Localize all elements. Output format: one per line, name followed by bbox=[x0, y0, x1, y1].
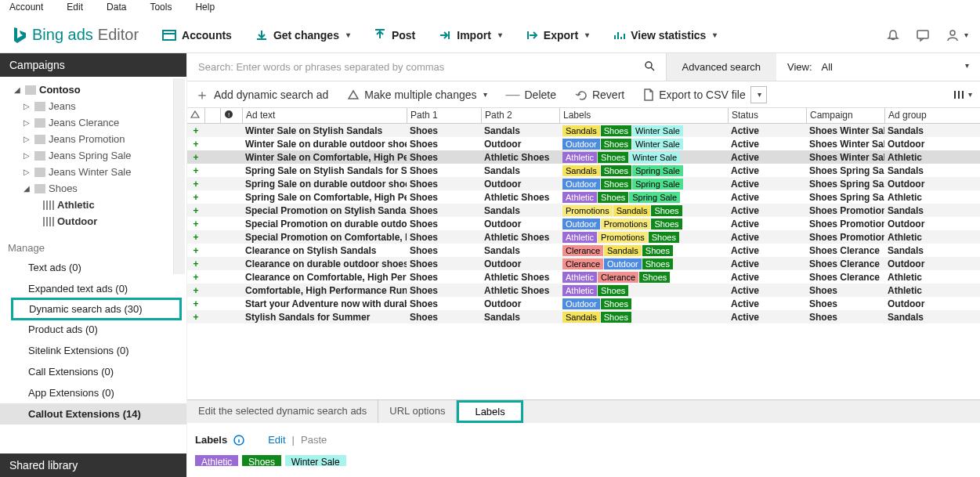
cell-labels: OutdoorShoesWinter Sale bbox=[559, 138, 728, 150]
menu-account[interactable]: Account bbox=[9, 2, 43, 16]
col-header[interactable] bbox=[204, 108, 220, 123]
import-button[interactable]: Import▾ bbox=[439, 29, 502, 42]
user-menu[interactable]: ▾ bbox=[946, 28, 968, 42]
chat-icon[interactable] bbox=[916, 28, 930, 42]
menu-data[interactable]: Data bbox=[107, 2, 126, 16]
manage-item[interactable]: Text ads (0) bbox=[0, 257, 186, 278]
menu-edit[interactable]: Edit bbox=[67, 2, 83, 16]
table-row[interactable]: + Stylish Sandals for Summer Shoes Sanda… bbox=[187, 310, 980, 323]
folder-icon bbox=[34, 184, 45, 193]
columns-button[interactable]: ▾ bbox=[953, 89, 972, 100]
search-input[interactable]: Search: Enter words or phrases separated… bbox=[187, 60, 666, 74]
info-icon[interactable] bbox=[233, 435, 244, 446]
cell-campaign: Shoes Clerance bbox=[806, 245, 884, 256]
col-header[interactable]: Path 2 bbox=[481, 108, 559, 123]
col-header[interactable]: ! bbox=[220, 108, 242, 123]
manage-item[interactable]: Call Extensions (0) bbox=[0, 361, 186, 382]
search-icon[interactable] bbox=[644, 60, 655, 74]
table-row[interactable]: + Special Promotion on Comfortable, Hig … bbox=[187, 230, 980, 244]
tab-labels[interactable]: Labels bbox=[457, 400, 523, 423]
export-csv-button[interactable]: Export to CSV file bbox=[643, 89, 746, 101]
advanced-search-button[interactable]: Advanced search bbox=[666, 53, 776, 81]
label-chip: Sandals bbox=[562, 312, 600, 323]
label-chip: Shoes bbox=[639, 272, 670, 283]
col-header[interactable]: Ad group bbox=[884, 108, 939, 123]
tab-url[interactable]: URL options bbox=[378, 400, 457, 423]
action-bar: ＋Add dynamic search ad Make multiple cha… bbox=[187, 81, 980, 108]
col-header[interactable]: Labels bbox=[559, 108, 728, 123]
tree-shoes[interactable]: ◢Shoes bbox=[0, 180, 186, 197]
shared-library-header[interactable]: Shared library bbox=[0, 454, 186, 477]
table-row[interactable]: + Clearance on Comfortable, High Perforr… bbox=[187, 270, 980, 284]
tree-item[interactable]: ▷Jeans Winter Sale bbox=[0, 164, 186, 180]
tree-item-label: Athletic bbox=[57, 199, 95, 211]
export-button[interactable]: Export▾ bbox=[526, 29, 589, 42]
cell-path1: Shoes bbox=[407, 152, 481, 163]
table-row[interactable]: + Clearance on durable outdoor shoes Sho… bbox=[187, 257, 980, 270]
table-row[interactable]: + Clearance on Stylish Sandals Shoes San… bbox=[187, 244, 980, 257]
bell-icon[interactable] bbox=[886, 28, 900, 42]
sidebar: Campaigns ◢Contoso ▷Jeans▷Jeans Clerance… bbox=[0, 53, 187, 477]
caret-right-icon: ▷ bbox=[24, 118, 31, 127]
col-header[interactable]: Campaign bbox=[806, 108, 884, 123]
tree-item[interactable]: ▷Jeans Clerance bbox=[0, 114, 186, 131]
cell-campaign: Shoes Winter Sale bbox=[806, 125, 884, 136]
tree-root[interactable]: ◢Contoso bbox=[0, 81, 186, 98]
col-header[interactable]: Status bbox=[728, 108, 806, 123]
edit-link[interactable]: Edit bbox=[268, 434, 285, 446]
import-label: Import bbox=[457, 29, 491, 42]
table-row[interactable]: + Spring Sale on Comfortable, High Perfo… bbox=[187, 190, 980, 204]
columns-icon bbox=[953, 89, 965, 100]
svg-point-3 bbox=[950, 31, 955, 35]
label-chip: Athletic bbox=[562, 232, 597, 243]
manage-item[interactable]: Sitelink Extensions (0) bbox=[0, 340, 186, 361]
view-selector[interactable]: View: All▾ bbox=[776, 61, 980, 73]
manage-item[interactable]: Dynamic search ads (30) bbox=[11, 298, 182, 320]
tab-edit[interactable]: Edit the selected dynamic search ads bbox=[187, 400, 378, 423]
cell-path1: Shoes bbox=[407, 165, 481, 176]
cell-path1: Shoes bbox=[407, 179, 481, 190]
cell-labels: SandalsShoesSpring Sale bbox=[559, 164, 728, 176]
col-header[interactable]: Path 1 bbox=[407, 108, 481, 123]
get-changes-button[interactable]: Get changes▾ bbox=[255, 29, 350, 42]
multiple-changes-button[interactable]: Make multiple changes▾ bbox=[347, 89, 486, 101]
view-statistics-button[interactable]: View statistics▾ bbox=[613, 29, 717, 42]
table-row[interactable]: + Special Promotion on durable outdoor S… bbox=[187, 217, 980, 230]
tree-item-label: Jeans Spring Sale bbox=[49, 150, 132, 161]
manage-item[interactable]: App Extensions (0) bbox=[0, 382, 186, 403]
cell-adtext: Clearance on Stylish Sandals bbox=[242, 245, 407, 256]
export-csv-dropdown[interactable]: ▾ bbox=[750, 86, 767, 103]
delete-button[interactable]: —Delete bbox=[506, 86, 556, 103]
table-row[interactable]: + Start your Adventure now with durable … bbox=[187, 297, 980, 310]
cell-path1: Shoes bbox=[407, 245, 481, 256]
tree-item[interactable]: ▷Jeans Spring Sale bbox=[0, 147, 186, 164]
manage-item[interactable]: Expanded text ads (0) bbox=[0, 278, 186, 299]
table-row[interactable]: + Winter Sale on Stylish Sandals Shoes S… bbox=[187, 124, 980, 137]
caret-down-icon: ◢ bbox=[14, 85, 22, 94]
cell-adgroup: Athletic bbox=[884, 272, 939, 283]
label-chip: Shoes bbox=[598, 285, 628, 296]
menu-tools[interactable]: Tools bbox=[150, 2, 172, 16]
tree-item[interactable]: ▷Jeans Promotion bbox=[0, 131, 186, 147]
post-button[interactable]: Post bbox=[374, 29, 415, 42]
menu-help[interactable]: Help bbox=[195, 2, 215, 16]
manage-item[interactable]: Product ads (0) bbox=[0, 319, 186, 340]
manage-item[interactable]: Callout Extensions (14) bbox=[0, 403, 186, 425]
table-row[interactable]: + Spring Sale on Stylish Sandals for Sum… bbox=[187, 164, 980, 177]
table-row[interactable]: + Spring Sale on durable outdoor shoes S… bbox=[187, 177, 980, 190]
col-header[interactable] bbox=[187, 108, 204, 123]
table-row[interactable]: + Special Promotion on Stylish Sandals S… bbox=[187, 204, 980, 217]
table-row[interactable]: + Winter Sale on Comfortable, High Perfo… bbox=[187, 150, 980, 164]
table-row[interactable]: + Comfortable, High Performance Runnir S… bbox=[187, 284, 980, 297]
triangle-icon bbox=[347, 89, 360, 100]
add-button[interactable]: ＋Add dynamic search ad bbox=[195, 85, 328, 104]
scrollbar[interactable] bbox=[173, 78, 185, 274]
tree-item[interactable]: ▷Jeans bbox=[0, 98, 186, 114]
revert-button[interactable]: Revert bbox=[575, 89, 624, 101]
tree-item[interactable]: Athletic bbox=[0, 197, 186, 213]
label-chip: Outdoor bbox=[562, 298, 600, 309]
tree-item[interactable]: Outdoor bbox=[0, 213, 186, 229]
col-header[interactable]: Ad text bbox=[242, 108, 407, 123]
table-row[interactable]: + Winter Sale on durable outdoor shoes S… bbox=[187, 137, 980, 150]
accounts-button[interactable]: Accounts bbox=[162, 29, 232, 42]
